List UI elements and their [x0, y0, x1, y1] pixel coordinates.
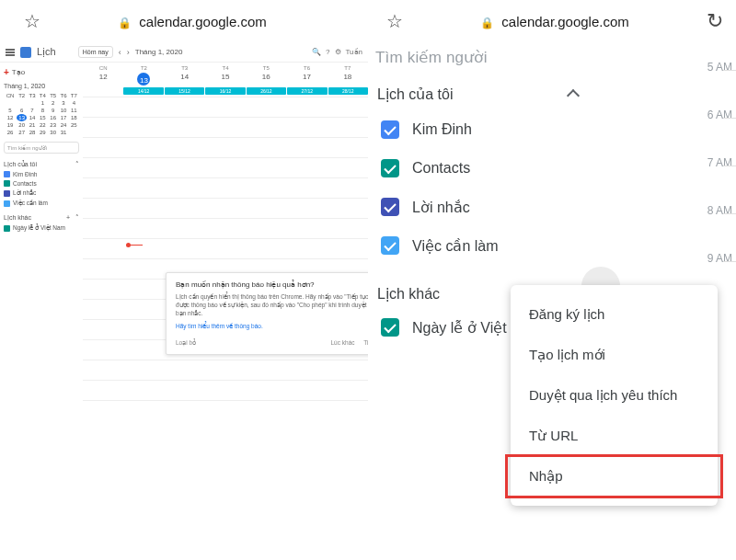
month-label: Tháng 1, 2020	[135, 48, 183, 56]
checkbox-icon[interactable]	[4, 180, 10, 187]
my-cal-item[interactable]: Contacts	[375, 149, 616, 188]
notif-body: Lịch cần quyền hiển thị thông báo trên C…	[176, 292, 368, 317]
today-button[interactable]: Hôm nay	[78, 46, 113, 58]
help-icon[interactable]: ?	[326, 48, 329, 56]
my-cal-item[interactable]: Việc cần làm	[375, 226, 616, 265]
my-cal-item[interactable]: Contacts	[4, 180, 79, 187]
checkbox-icon[interactable]	[4, 190, 10, 197]
checkbox-icon[interactable]	[4, 171, 10, 177]
left-screenshot: Lịch Hôm nay ‹ › Tháng 1, 2020 🔍 ? ⚙ Tuầ…	[0, 42, 368, 560]
lock-icon: 🔒	[480, 17, 494, 29]
menu-item-1[interactable]: Tạo lịch mới	[511, 335, 718, 375]
create-label: Tạo	[12, 68, 25, 76]
notif-learn-more-link[interactable]: Hãy tìm hiểu thêm về thông báo.	[176, 323, 263, 330]
my-calendars-header[interactable]: Lịch của tôi˄	[4, 161, 79, 168]
my-calendars-header[interactable]: Lịch của tôi	[375, 76, 616, 110]
notif-title: Bạn muốn nhận thông báo hiệu quả hơn?	[176, 280, 368, 289]
other-cal-item[interactable]: Ngày lễ ở Việt Nam	[4, 224, 79, 232]
left-sidebar: + Tạo Tháng 1, 2020 CNT2T3T4T5T6T7123456…	[0, 63, 83, 560]
lock-icon: 🔒	[118, 17, 132, 29]
next-week-icon[interactable]: ›	[127, 48, 130, 57]
checkbox-icon[interactable]	[381, 318, 399, 337]
menu-item-0[interactable]: Đăng ký lịch	[511, 294, 718, 335]
search-icon[interactable]: 🔍	[312, 48, 321, 56]
notif-later-button[interactable]: Lúc khác	[331, 339, 355, 346]
now-indicator-line	[129, 245, 143, 246]
prev-week-icon[interactable]: ‹	[119, 48, 121, 57]
checkbox-icon[interactable]	[381, 120, 399, 139]
people-search[interactable]: Tìm kiếm người	[4, 142, 79, 154]
favorite-star-icon[interactable]: ☆	[386, 10, 403, 32]
view-selector[interactable]: Tuần	[346, 48, 363, 56]
create-button[interactable]: + Tạo	[4, 67, 79, 77]
menu-icon[interactable]	[6, 49, 15, 56]
my-cal-item[interactable]: Kim Đinh	[375, 110, 616, 149]
plus-icon: +	[4, 67, 9, 77]
my-cal-item[interactable]: Lời nhắc	[375, 188, 616, 226]
menu-item-2[interactable]: Duyệt qua lịch yêu thích	[511, 375, 718, 416]
reload-icon[interactable]: ↻	[707, 9, 723, 33]
app-title: Lịch	[37, 46, 56, 58]
notification-dialog: Bạn muốn nhận thông báo hiệu quả hơn? Lị…	[166, 272, 368, 355]
checkbox-icon[interactable]	[381, 198, 399, 216]
other-calendars-header[interactable]: Lịch khác+ ˄	[4, 214, 79, 222]
checkbox-icon[interactable]	[4, 225, 10, 232]
mini-calendar[interactable]: Tháng 1, 2020 CNT2T3T4T5T6T7123456789101…	[4, 83, 79, 136]
gear-icon[interactable]: ⚙	[335, 48, 341, 56]
week-grid: CNT2T3T4T5T6T7 12131415161718 14/1215/12…	[83, 63, 368, 560]
url-text: calendar.google.com	[501, 14, 628, 29]
notif-dismiss-button[interactable]: Loại bỏ	[176, 339, 196, 347]
time-labels: 5 AM6 AM7 AM8 AM9 AM	[707, 61, 732, 300]
my-cal-item[interactable]: Việc cần làm	[4, 200, 79, 207]
chevron-up-icon	[567, 88, 580, 101]
my-cal-item[interactable]: Lời nhắc	[4, 189, 79, 197]
favorite-star-icon[interactable]: ☆	[24, 10, 40, 32]
add-calendar-menu: Đăng ký lịchTạo lịch mớiDuyệt qua lịch y…	[511, 285, 718, 506]
checkbox-icon[interactable]	[4, 200, 10, 207]
calendar-logo-icon	[20, 47, 31, 58]
url-text: calendar.google.com	[139, 14, 266, 29]
my-cal-item[interactable]: Kim Đinh	[4, 171, 79, 177]
checkbox-icon[interactable]	[381, 159, 399, 177]
people-search-label[interactable]: Tìm kiếm người	[375, 42, 616, 76]
menu-item-3[interactable]: Từ URL	[511, 416, 718, 456]
mini-month: Tháng 1, 2020	[4, 83, 79, 89]
checkbox-icon[interactable]	[381, 236, 399, 255]
app-header: Lịch Hôm nay ‹ › Tháng 1, 2020 🔍 ? ⚙ Tuầ…	[0, 42, 368, 63]
menu-item-4[interactable]: Nhập	[511, 456, 718, 497]
